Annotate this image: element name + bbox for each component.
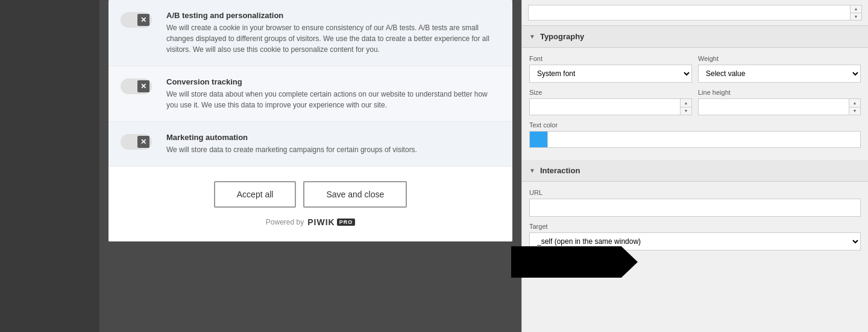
- cookie-marketing-desc: We will store data to create marketing c…: [166, 144, 500, 155]
- piwik-logo: PIWIK PRO: [307, 217, 355, 227]
- cookie-conversion-title: Conversion tracking: [166, 77, 500, 86]
- size-input-spinner: 14 ▲ ▼: [529, 98, 692, 115]
- font-label: Font: [529, 55, 692, 62]
- toggle-ab[interactable]: ✕: [121, 12, 152, 28]
- cookie-conversion-desc: We will store data about when you comple…: [166, 89, 500, 110]
- toggle-conversion-x: ✕: [137, 80, 149, 92]
- weight-group: Weight Select value: [698, 55, 861, 83]
- cookie-item-marketing: ✕ Marketing automation We will store dat…: [108, 122, 512, 167]
- toggle-ab-x: ✕: [137, 14, 149, 26]
- size-label: Size: [529, 89, 692, 96]
- toggle-conversion-container[interactable]: ✕: [121, 78, 157, 94]
- piwik-pro-badge: PRO: [337, 219, 356, 226]
- line-height-spinner-down[interactable]: ▼: [849, 107, 860, 115]
- cookie-ab-desc: We will create a cookie in your browser …: [166, 22, 500, 55]
- interaction-chevron-icon: ▼: [529, 167, 535, 174]
- powered-by-text: Powered by: [266, 218, 304, 226]
- line-height-label: Line height: [698, 89, 861, 96]
- font-weight-row: Font System font Weight Select value: [529, 55, 861, 83]
- cookie-marketing-title: Marketing automation: [166, 133, 500, 142]
- typography-section-header: ▼ Typography: [522, 26, 868, 48]
- line-height-input[interactable]: 16: [699, 99, 849, 115]
- url-input[interactable]: https://example.com/privacy-policy/: [529, 199, 861, 217]
- right-panel: ▲ ▼ ▼ Typography Font System font Weight…: [521, 0, 868, 332]
- color-row: 2ea3f2ff: [529, 131, 861, 148]
- powered-by: Powered by PIWIK PRO: [266, 217, 355, 227]
- font-group: Font System font: [529, 55, 692, 83]
- size-spinner-btns: ▲ ▼: [680, 99, 691, 115]
- accept-all-button[interactable]: Accept all: [214, 181, 297, 208]
- interaction-section-header: ▼ Interaction: [522, 160, 868, 182]
- url-group: URL https://example.com/privacy-policy/: [529, 189, 861, 217]
- line-height-spinner-btns: ▲ ▼: [849, 99, 860, 115]
- save-and-close-button[interactable]: Save and close: [303, 181, 407, 208]
- text-color-label: Text color: [529, 121, 861, 129]
- typography-section-title: Typography: [540, 32, 584, 41]
- line-height-spinner-up[interactable]: ▲: [849, 99, 860, 107]
- toggle-marketing-container[interactable]: ✕: [121, 134, 157, 150]
- typography-section-content: Font System font Weight Select value Siz…: [522, 48, 868, 160]
- target-label: Target: [529, 223, 861, 230]
- weight-select[interactable]: Select value: [698, 65, 861, 83]
- toggle-marketing-x: ✕: [137, 136, 149, 148]
- modal-footer: Accept all Save and close Powered by PIW…: [108, 167, 512, 241]
- font-select[interactable]: System font: [529, 65, 692, 83]
- center-panel: ✕ A/B testing and personalization We wil…: [99, 0, 521, 332]
- arrow-pointer: [511, 246, 638, 278]
- text-color-group: Text color 2ea3f2ff: [529, 121, 861, 148]
- top-spinner-up[interactable]: ▲: [851, 5, 861, 13]
- weight-label: Weight: [698, 55, 861, 62]
- size-lineheight-row: Size 14 ▲ ▼ Line height 16 ▲ ▼: [529, 89, 861, 115]
- top-spinner-down[interactable]: ▼: [851, 13, 861, 21]
- cookie-ab-title: A/B testing and personalization: [166, 11, 500, 20]
- piwik-brand: PIWIK: [307, 217, 335, 227]
- line-height-group: Line height 16 ▲ ▼: [698, 89, 861, 115]
- toggle-ab-container[interactable]: ✕: [121, 12, 157, 28]
- size-spinner-up[interactable]: ▲: [681, 99, 691, 107]
- left-panel: [0, 0, 99, 332]
- cookie-ab-text: A/B testing and personalization We will …: [166, 11, 500, 55]
- toggle-marketing[interactable]: ✕: [121, 134, 152, 150]
- top-value-input[interactable]: [529, 5, 850, 20]
- line-height-input-spinner: 16 ▲ ▼: [698, 98, 861, 115]
- size-spinner-down[interactable]: ▼: [681, 107, 691, 115]
- cookie-modal: ✕ A/B testing and personalization We wil…: [108, 0, 512, 241]
- interaction-section-title: Interaction: [540, 166, 580, 175]
- size-input[interactable]: 14: [530, 99, 680, 115]
- cookie-marketing-text: Marketing automation We will store data …: [166, 133, 500, 155]
- size-group: Size 14 ▲ ▼: [529, 89, 692, 115]
- typography-chevron-icon: ▼: [529, 33, 535, 40]
- color-hex-input[interactable]: 2ea3f2ff: [548, 132, 860, 147]
- url-label: URL: [529, 189, 861, 196]
- cookie-conversion-text: Conversion tracking We will store data a…: [166, 77, 500, 110]
- toggle-conversion[interactable]: ✕: [121, 78, 152, 94]
- top-input-row: ▲ ▼: [522, 0, 868, 26]
- button-row: Accept all Save and close: [214, 181, 407, 208]
- cookie-item-ab: ✕ A/B testing and personalization We wil…: [108, 0, 512, 66]
- color-swatch[interactable]: [530, 132, 548, 147]
- cookie-item-conversion: ✕ Conversion tracking We will store data…: [108, 66, 512, 122]
